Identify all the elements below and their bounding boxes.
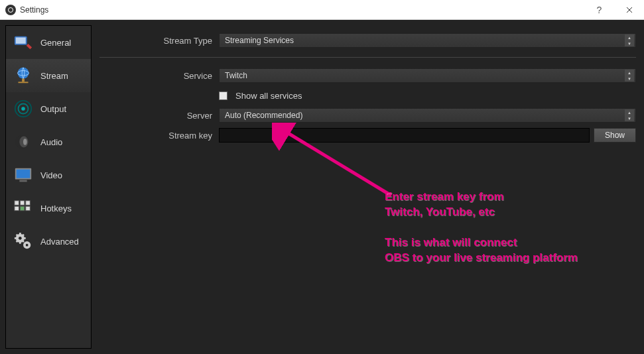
server-value: Auto (Recommended) [225,111,302,120]
service-value: Twitch [225,71,247,80]
svg-rect-20 [26,206,31,211]
svg-rect-15 [15,201,19,206]
svg-point-2 [18,68,29,79]
service-select[interactable]: Twitch ▲▼ [219,68,636,83]
stream-key-label: Stream key [99,131,219,141]
globe-icon [13,65,34,86]
help-button[interactable]: ? [584,0,614,19]
app-icon [5,5,16,15]
stream-key-input[interactable] [219,128,590,143]
svg-rect-4 [22,79,25,82]
sidebar-item-label: Advanced [40,237,79,247]
stream-type-select[interactable]: Streaming Services ▲▼ [219,33,636,48]
svg-rect-14 [19,180,27,182]
svg-rect-5 [19,82,29,83]
svg-rect-16 [20,201,25,206]
sidebar-item-label: General [40,38,71,48]
svg-rect-18 [15,206,19,211]
monitor-icon [13,164,34,186]
server-select[interactable]: Auto (Recommended) ▲▼ [219,108,636,123]
sidebar-item-audio[interactable]: Audio [6,125,91,158]
titlebar: Settings ? [0,0,644,20]
show-all-services-label: Show all services [235,91,302,101]
service-label: Service [99,71,219,81]
stream-type-label: Stream Type [99,36,219,46]
keyboard-icon [13,198,34,219]
sidebar-item-label: Hotkeys [40,204,72,213]
sidebar-item-label: Video [40,170,62,180]
broadcast-icon [13,98,34,119]
svg-point-24 [26,244,29,247]
gears-icon [13,231,34,252]
sidebar-item-label: Audio [40,137,62,147]
close-button[interactable] [614,0,644,19]
sidebar-item-hotkeys[interactable]: Hotkeys [6,192,91,225]
divider [99,57,636,58]
svg-rect-19 [20,206,25,211]
settings-content: Stream Type Streaming Services ▲▼ Servic… [97,25,639,349]
svg-rect-13 [17,170,31,178]
show-stream-key-button[interactable]: Show [594,128,636,143]
sidebar-item-advanced[interactable]: Advanced [6,225,91,258]
sidebar-item-label: Output [40,104,66,114]
settings-sidebar: General Stream Output Audio Video [5,25,92,349]
speaker-icon [13,131,34,152]
svg-rect-1 [16,38,26,44]
show-all-services-checkbox[interactable] [219,91,227,100]
wrench-icon [13,32,34,53]
svg-point-6 [21,107,25,111]
window-title: Settings [20,5,48,15]
sidebar-item-output[interactable]: Output [6,92,91,125]
sidebar-item-general[interactable]: General [6,26,91,59]
sidebar-item-label: Stream [40,71,68,81]
svg-point-11 [23,139,27,145]
server-label: Server [99,111,219,121]
svg-point-22 [19,237,22,240]
sidebar-item-video[interactable]: Video [6,158,91,192]
svg-rect-17 [26,201,31,206]
sidebar-item-stream[interactable]: Stream [6,59,91,92]
stream-type-value: Streaming Services [225,36,294,45]
